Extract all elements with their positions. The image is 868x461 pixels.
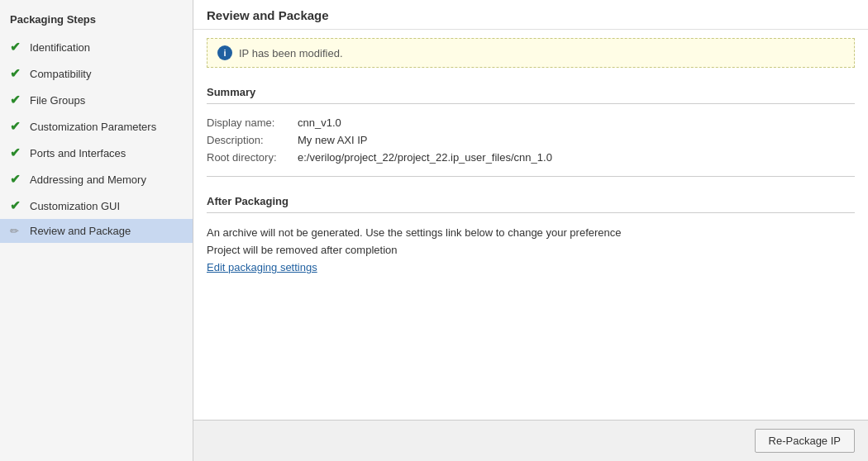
section-divider	[207, 176, 855, 177]
sidebar-item-label: Customization GUI	[30, 200, 120, 212]
sidebar-item-label: Review and Package	[30, 225, 131, 237]
summary-field-value: cnn_v1.0	[298, 116, 341, 129]
sidebar-item-review-and-package[interactable]: ✏Review and Package	[0, 219, 193, 243]
checkmark-icon: ✔	[10, 145, 25, 160]
summary-row: Description:My new AXI IP	[207, 131, 868, 149]
sidebar-item-label: File Groups	[30, 94, 85, 107]
sidebar-title: Packaging Steps	[0, 8, 193, 34]
summary-field-value: e:/verilog/project_22/project_22.ip_user…	[298, 151, 552, 164]
sidebar-item-customization-parameters[interactable]: ✔Customization Parameters	[0, 113, 193, 140]
checkmark-icon: ✔	[10, 66, 25, 81]
info-icon: i	[217, 45, 232, 60]
summary-field-value: My new AXI IP	[298, 134, 368, 146]
summary-title: Summary	[207, 86, 855, 104]
notification-bar: i IP has been modified.	[207, 38, 855, 68]
sidebar-items: ✔Identification✔Compatibility✔File Group…	[0, 34, 193, 243]
after-packaging-content: An archive will not be generated. Use th…	[193, 218, 868, 282]
sidebar-item-label: Ports and Interfaces	[30, 147, 126, 159]
main-panel: Review and Package i IP has been modifie…	[193, 0, 868, 461]
after-packaging-line: Project will be removed after completion	[207, 244, 855, 256]
notification-text: IP has been modified.	[239, 47, 343, 59]
sidebar-item-customization-gui[interactable]: ✔Customization GUI	[0, 192, 193, 219]
page-title: Review and Package	[207, 8, 329, 22]
sidebar: Packaging Steps ✔Identification✔Compatib…	[0, 0, 193, 461]
sidebar-item-addressing-and-memory[interactable]: ✔Addressing and Memory	[0, 166, 193, 192]
after-packaging-section: After Packaging	[193, 185, 868, 218]
main-footer: Re-Package IP	[193, 420, 868, 461]
sidebar-item-label: Identification	[30, 41, 90, 54]
sidebar-item-file-groups[interactable]: ✔File Groups	[0, 87, 193, 113]
main-header: Review and Package	[193, 0, 868, 30]
edit-packaging-settings-link[interactable]: Edit packaging settings	[207, 261, 317, 273]
sidebar-item-label: Addressing and Memory	[30, 173, 146, 186]
sidebar-item-label: Compatibility	[30, 68, 91, 80]
summary-section: Summary	[193, 76, 868, 109]
checkmark-icon: ✔	[10, 119, 25, 134]
main-content: i IP has been modified. Summary Display …	[193, 30, 868, 420]
sidebar-item-label: Customization Parameters	[30, 121, 156, 133]
checkmark-icon: ✔	[10, 198, 25, 213]
summary-field-label: Display name:	[207, 116, 298, 129]
after-packaging-title: After Packaging	[207, 195, 855, 213]
checkmark-icon: ✔	[10, 93, 25, 107]
summary-table: Display name:cnn_v1.0Description:My new …	[193, 109, 868, 176]
summary-row: Display name:cnn_v1.0	[207, 114, 868, 131]
checkmark-icon: ✔	[10, 172, 25, 187]
checkmark-icon: ✔	[10, 40, 25, 55]
repackage-ip-button[interactable]: Re-Package IP	[755, 429, 855, 453]
sidebar-item-ports-and-interfaces[interactable]: ✔Ports and Interfaces	[0, 140, 193, 166]
sidebar-item-compatibility[interactable]: ✔Compatibility	[0, 60, 193, 87]
summary-field-label: Root directory:	[207, 151, 298, 164]
sidebar-item-identification[interactable]: ✔Identification	[0, 34, 193, 60]
summary-field-label: Description:	[207, 134, 298, 146]
pencil-icon: ✏	[10, 225, 25, 237]
summary-row: Root directory:e:/verilog/project_22/pro…	[207, 149, 868, 166]
after-packaging-lines: An archive will not be generated. Use th…	[207, 226, 855, 256]
after-packaging-line: An archive will not be generated. Use th…	[207, 226, 855, 239]
